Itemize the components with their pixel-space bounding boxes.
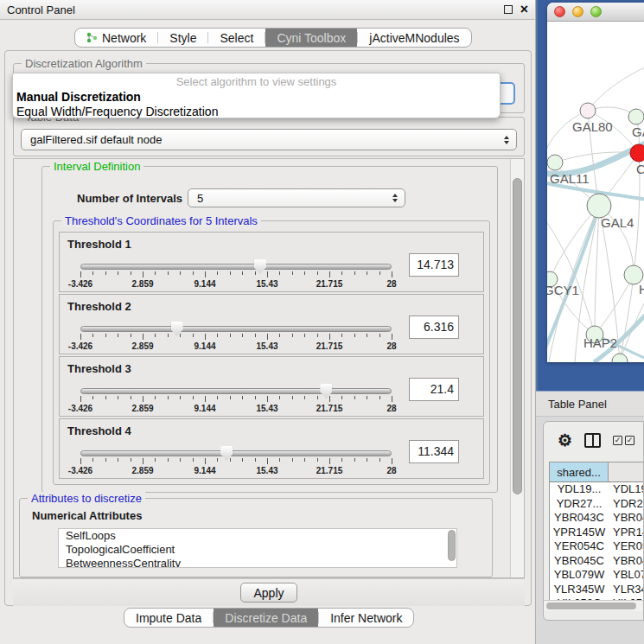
checkbox-icon[interactable]: ✓ bbox=[625, 436, 634, 445]
control-panel-window: Control Panel × NetworkStyleSelectCyni T… bbox=[0, 0, 536, 644]
node-label: GA bbox=[632, 124, 644, 139]
network-node[interactable] bbox=[612, 354, 628, 362]
table-row[interactable]: YBL079WYBL07 bbox=[550, 568, 644, 583]
tick-label: 2.859 bbox=[131, 279, 153, 289]
network-node-c[interactable] bbox=[630, 144, 644, 162]
table-data-group: Table Data galFiltered.sif default node bbox=[13, 117, 525, 156]
node-label: GAL80 bbox=[572, 119, 613, 134]
slider-track[interactable] bbox=[80, 326, 392, 332]
network-desktop-background: GAL80GACGAL11GAL4GCY1HHAP2 bbox=[536, 0, 644, 391]
cell-shared-name: YER054C bbox=[550, 539, 609, 554]
table-row[interactable]: YLR345WYLR34 bbox=[550, 583, 644, 597]
algorithm-popup-placeholder: Select algorithm to view settings bbox=[13, 75, 500, 90]
number-of-intervals-combobox[interactable]: 5 bbox=[188, 188, 405, 207]
threshold-coordinates-group: Threshold's Coordinates for 5 Intervals … bbox=[53, 220, 490, 485]
tab-discretize-data[interactable]: Discretize Data bbox=[214, 609, 318, 627]
threshold-value-field[interactable]: 14.713 bbox=[409, 253, 459, 277]
algorithm-option-equal-width[interactable]: Equal Width/Frequency Discretization bbox=[13, 105, 500, 119]
checkbox-icon[interactable]: ✓ bbox=[613, 436, 622, 445]
tab-jactivemnodules[interactable]: jActiveMNodules bbox=[358, 29, 470, 47]
tick-label: 15.43 bbox=[256, 279, 277, 289]
network-node-gal80[interactable] bbox=[580, 103, 596, 118]
gear-icon[interactable]: ⚙ bbox=[558, 432, 572, 449]
slider-track[interactable] bbox=[80, 450, 392, 456]
table-row[interactable]: YPR145WYPR14 bbox=[550, 526, 644, 540]
threshold-label: Threshold 4 bbox=[67, 424, 131, 437]
cell-name: YBR04 bbox=[609, 554, 644, 569]
tick-label: -3.426 bbox=[68, 279, 92, 289]
interval-definition-group: Interval Definition Number of Intervals … bbox=[41, 166, 498, 493]
attribute-list-item[interactable]: BetweennessCentrality bbox=[59, 557, 456, 568]
apply-button[interactable]: Apply bbox=[240, 583, 297, 603]
threshold-slider[interactable]: -3.4262.8599.14415.4321.71528 bbox=[80, 447, 392, 476]
tick-label: 21.715 bbox=[316, 404, 343, 413]
node-label: GAL11 bbox=[550, 171, 590, 186]
tick-label: 28 bbox=[386, 279, 396, 289]
cell-name: YDR27 bbox=[609, 497, 644, 512]
table-row[interactable]: YBR043CYBR04 bbox=[550, 511, 644, 526]
slider-track[interactable] bbox=[80, 264, 392, 270]
column-header-shared-name[interactable]: shared... bbox=[550, 462, 609, 481]
column-layout-icon[interactable] bbox=[584, 433, 601, 448]
control-panel-titlebar: Control Panel × bbox=[0, 0, 535, 20]
tab-label: Network bbox=[102, 31, 146, 45]
tick-label: 9.144 bbox=[194, 341, 215, 351]
algorithm-option-manual[interactable]: Manual Discretization bbox=[13, 90, 500, 105]
attributes-scrollbar[interactable] bbox=[448, 530, 456, 561]
threshold-value-field[interactable]: 11.344 bbox=[409, 440, 459, 463]
table-hscrollbar-thumb[interactable] bbox=[546, 603, 636, 609]
threshold-value-field[interactable]: 21.4 bbox=[409, 378, 459, 401]
threshold-label: Threshold 2 bbox=[67, 300, 131, 313]
cell-name: YBL07 bbox=[609, 568, 644, 583]
table-data-combobox[interactable]: galFiltered.sif default node bbox=[21, 129, 517, 150]
network-canvas[interactable]: GAL80GACGAL11GAL4GCY1HHAP2 bbox=[547, 22, 644, 362]
tick-label: 15.43 bbox=[256, 466, 277, 475]
tab-select[interactable]: Select bbox=[208, 29, 265, 47]
attribute-list-item[interactable]: TopologicalCoefficient bbox=[59, 543, 456, 557]
cell-shared-name: YBR045C bbox=[550, 554, 609, 569]
table-header-row: shared... na... bbox=[549, 462, 644, 482]
table-data-combobox-value: galFiltered.sif default node bbox=[30, 133, 162, 146]
combobox-stepper-icon bbox=[504, 136, 509, 144]
tab-cyni-toolbox[interactable]: Cyni Toolbox bbox=[265, 29, 357, 47]
threshold-slider[interactable]: -3.4262.8599.14415.4321.71528 bbox=[80, 385, 392, 414]
close-panel-icon[interactable]: × bbox=[520, 5, 528, 14]
node-label: GAL4 bbox=[601, 215, 634, 230]
network-node-ga[interactable] bbox=[628, 109, 644, 124]
slider-track[interactable] bbox=[80, 388, 392, 394]
node-attribute-table: shared... na... YDL19...YDL19YDR27...YDR… bbox=[549, 462, 644, 611]
tab-network[interactable]: Network bbox=[75, 29, 157, 47]
float-window-icon[interactable] bbox=[504, 5, 513, 14]
threshold-value-field[interactable]: 6.316 bbox=[409, 316, 459, 339]
network-node-gal4[interactable] bbox=[587, 194, 611, 218]
minimize-window-button[interactable] bbox=[572, 6, 583, 17]
table-horizontal-scrollbar[interactable] bbox=[544, 600, 644, 611]
attribute-list-item[interactable]: SelfLoops bbox=[59, 529, 456, 543]
table-row[interactable]: YDL19...YDL19 bbox=[550, 482, 644, 497]
tick-label: 9.144 bbox=[194, 279, 215, 289]
tab-style[interactable]: Style bbox=[158, 29, 207, 47]
tab-impute-data[interactable]: Impute Data bbox=[124, 609, 213, 627]
threshold-slider[interactable]: -3.4262.8599.14415.4321.71528 bbox=[80, 260, 392, 290]
settings-scrollbar-thumb[interactable] bbox=[513, 178, 522, 494]
node-label: HAP2 bbox=[583, 335, 617, 350]
tab-infer-network[interactable]: Infer Network bbox=[319, 609, 413, 627]
attributes-group: Attributes to discretize Numerical Attri… bbox=[19, 498, 493, 577]
settings-scrollbar[interactable] bbox=[510, 159, 524, 577]
zoom-window-button[interactable] bbox=[590, 6, 602, 17]
threshold-slider[interactable]: -3.4262.8599.14415.4321.71528 bbox=[80, 322, 392, 352]
threshold-label: Threshold 3 bbox=[67, 362, 131, 375]
network-node-gal11[interactable] bbox=[547, 155, 563, 170]
column-header-name[interactable]: na... bbox=[609, 462, 644, 481]
cell-name: YBR04 bbox=[609, 511, 644, 526]
cell-name: YPR14 bbox=[609, 526, 644, 540]
tick-label: 2.859 bbox=[131, 341, 153, 351]
table-row[interactable]: YBR045CYBR04 bbox=[550, 554, 644, 569]
tab-label: Select bbox=[220, 31, 253, 45]
numerical-attributes-list[interactable]: SelfLoopsTopologicalCoefficientBetweenne… bbox=[58, 528, 457, 568]
close-window-button[interactable] bbox=[554, 6, 565, 17]
node-label: C bbox=[636, 162, 644, 176]
tab-label: Infer Network bbox=[330, 611, 402, 625]
table-row[interactable]: YDR27...YDR27 bbox=[550, 497, 644, 512]
table-row[interactable]: YER054CYER05 bbox=[550, 539, 644, 554]
